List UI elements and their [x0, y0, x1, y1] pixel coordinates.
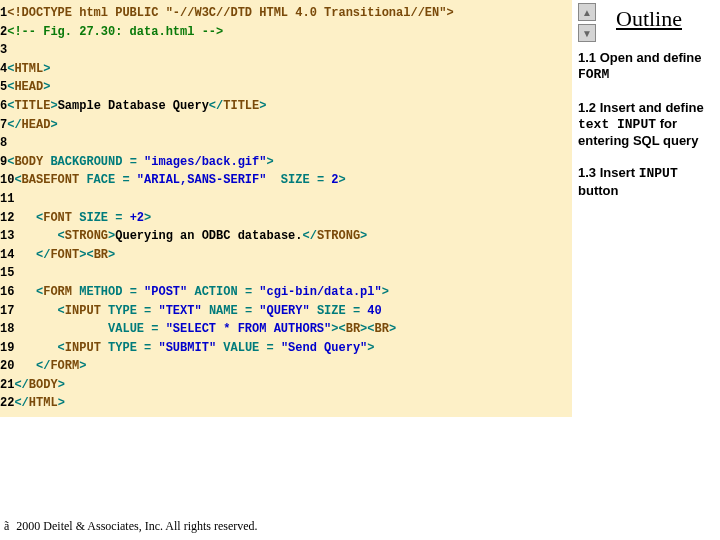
code-line: 3: [0, 41, 572, 60]
code-line: 17 <INPUT TYPE = "TEXT" NAME = "QUERY" S…: [0, 302, 572, 321]
code-line: 18 VALUE = "SELECT * FROM AUTHORS"><BR><…: [0, 320, 572, 339]
outline-sidebar: ▲ ▼ Outline 1.1 Open and define FORM1.2 …: [578, 0, 720, 215]
outline-header: ▲ ▼ Outline: [578, 0, 720, 50]
code-line: 20 </FORM>: [0, 357, 572, 376]
outline-note: 1.2 Insert and define text INPUT for ent…: [578, 100, 720, 150]
nav-down-button[interactable]: ▼: [578, 24, 596, 42]
code-line: 19 <INPUT TYPE = "SUBMIT" VALUE = "Send …: [0, 339, 572, 358]
code-line: 11: [0, 190, 572, 209]
code-line: 13 <STRONG>Querying an ODBC database.</S…: [0, 227, 572, 246]
footer: ã 2000 Deitel & Associates, Inc. All rig…: [4, 519, 258, 534]
code-line: 21</BODY>: [0, 376, 572, 395]
outline-note: 1.1 Open and define FORM: [578, 50, 720, 84]
code-line: 1<!DOCTYPE html PUBLIC "-//W3C//DTD HTML…: [0, 4, 572, 23]
footer-text: 2000 Deitel & Associates, Inc. All right…: [13, 519, 257, 533]
nav-up-button[interactable]: ▲: [578, 3, 596, 21]
code-line: 14 </FONT><BR>: [0, 246, 572, 265]
code-line: 16 <FORM METHOD = "POST" ACTION = "cgi-b…: [0, 283, 572, 302]
chevron-down-icon: ▼: [582, 28, 592, 39]
code-line: 5<HEAD>: [0, 78, 572, 97]
copyright-icon: ã: [4, 519, 9, 533]
code-line: 22</HTML>: [0, 394, 572, 413]
outline-note: 1.3 Insert INPUT button: [578, 165, 720, 199]
code-line: 9<BODY BACKGROUND = "images/back.gif">: [0, 153, 572, 172]
code-line: 12 <FONT SIZE = +2>: [0, 209, 572, 228]
code-line: 15: [0, 264, 572, 283]
code-line: 10<BASEFONT FACE = "ARIAL,SANS-SERIF" SI…: [0, 171, 572, 190]
code-line: 2<!-- Fig. 27.30: data.html -->: [0, 23, 572, 42]
outline-title: Outline: [616, 6, 718, 32]
code-panel: 1<!DOCTYPE html PUBLIC "-//W3C//DTD HTML…: [0, 0, 572, 417]
code-line: 4<HTML>: [0, 60, 572, 79]
code-line: 7</HEAD>: [0, 116, 572, 135]
outline-notes: 1.1 Open and define FORM1.2 Insert and d…: [578, 50, 720, 199]
chevron-up-icon: ▲: [582, 7, 592, 18]
code-line: 8: [0, 134, 572, 153]
code-line: 6<TITLE>Sample Database Query</TITLE>: [0, 97, 572, 116]
